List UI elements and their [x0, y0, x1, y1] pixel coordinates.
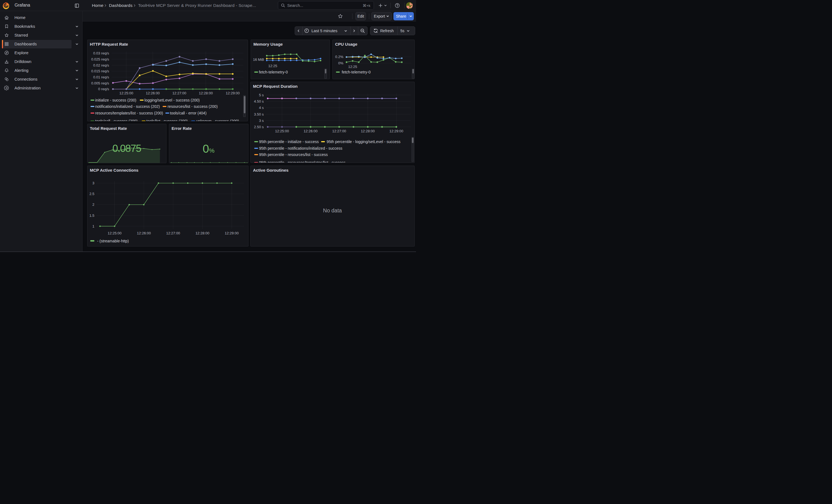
svg-text:12:25: 12:25: [348, 65, 357, 69]
svg-text:12:29:00: 12:29:00: [225, 231, 238, 235]
svg-text:12:25: 12:25: [268, 64, 277, 68]
svg-text:3: 3: [92, 181, 94, 185]
svg-text:16 MiB: 16 MiB: [253, 57, 264, 62]
svg-text:12:25:00: 12:25:00: [108, 231, 122, 235]
svg-text:0%: 0%: [338, 61, 343, 65]
svg-text:12:27:00: 12:27:00: [166, 231, 180, 235]
svg-text:1.5: 1.5: [89, 213, 94, 218]
svg-text:0.2%: 0.2%: [335, 55, 343, 59]
svg-text:1: 1: [92, 224, 94, 228]
svg-text:12:28:00: 12:28:00: [196, 231, 209, 235]
svg-text:2.5: 2.5: [89, 192, 94, 196]
svg-text:2: 2: [92, 203, 94, 207]
svg-text:12:26:00: 12:26:00: [137, 231, 151, 235]
